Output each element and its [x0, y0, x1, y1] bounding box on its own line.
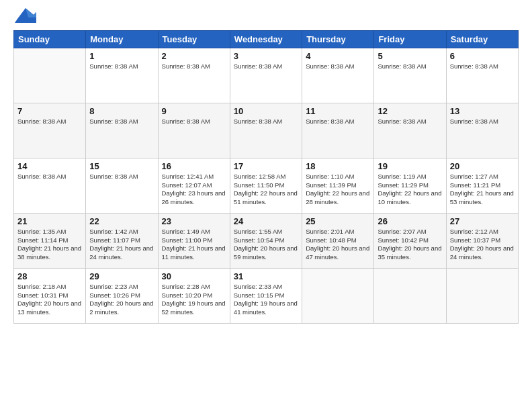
day-info: Sunrise: 2:23 AMSunset: 10:26 PMDaylight… [89, 283, 154, 317]
day-info: Sunrise: 2:33 AMSunset: 10:15 PMDaylight… [234, 283, 298, 317]
day-number: 31 [234, 271, 298, 281]
day-number: 14 [17, 161, 82, 171]
calendar-cell: 3Sunrise: 8:38 AM [230, 48, 302, 103]
calendar-cell: 13Sunrise: 8:38 AM [446, 103, 518, 158]
calendar-cell: 16Sunrise: 12:41 AMSunset: 12:07 AMDayli… [158, 158, 230, 213]
day-number: 28 [17, 271, 82, 281]
day-info: Sunrise: 8:38 AM [450, 118, 515, 126]
day-number: 22 [89, 216, 154, 226]
calendar-cell: 25Sunrise: 2:01 AMSunset: 10:48 PMDaylig… [302, 213, 374, 268]
day-info: Sunrise: 12:58 AMSunset: 11:50 PMDayligh… [234, 173, 298, 207]
calendar-cell: 18Sunrise: 1:10 AMSunset: 11:39 PMDaylig… [302, 158, 374, 213]
weekday-header-wednesday: Wednesday [230, 30, 302, 48]
calendar-cell: 14Sunrise: 8:38 AM [14, 158, 86, 213]
calendar-cell: 2Sunrise: 8:38 AM [158, 48, 230, 103]
day-number: 2 [162, 51, 226, 61]
weekday-header-thursday: Thursday [302, 30, 374, 48]
day-info: Sunrise: 2:07 AMSunset: 10:42 PMDaylight… [378, 228, 442, 262]
calendar-week-row: 7Sunrise: 8:38 AM8Sunrise: 8:38 AM9Sunri… [14, 103, 519, 158]
calendar-cell: 23Sunrise: 1:49 AMSunset: 11:00 PMDaylig… [158, 213, 230, 268]
calendar-cell: 26Sunrise: 2:07 AMSunset: 10:42 PMDaylig… [374, 213, 446, 268]
calendar-cell: 11Sunrise: 8:38 AM [302, 103, 374, 158]
day-info: Sunrise: 2:01 AMSunset: 10:48 PMDaylight… [306, 228, 370, 262]
day-info: Sunrise: 8:38 AM [162, 118, 226, 126]
day-number: 30 [162, 271, 226, 281]
calendar-cell: 17Sunrise: 12:58 AMSunset: 11:50 PMDayli… [230, 158, 302, 213]
day-info: Sunrise: 8:38 AM [89, 173, 154, 181]
weekday-header-sunday: Sunday [14, 30, 86, 48]
weekday-header-saturday: Saturday [446, 30, 518, 48]
day-number: 10 [234, 106, 298, 116]
calendar-week-row: 14Sunrise: 8:38 AM15Sunrise: 8:38 AM16Su… [14, 158, 519, 213]
day-number: 7 [17, 106, 82, 116]
calendar-cell: 1Sunrise: 8:38 AM [86, 48, 158, 103]
day-info: Sunrise: 1:55 AMSunset: 10:54 PMDaylight… [234, 228, 298, 262]
day-number: 25 [306, 216, 370, 226]
calendar-table: SundayMondayTuesdayWednesdayThursdayFrid… [13, 30, 519, 324]
day-info: Sunrise: 8:38 AM [17, 118, 82, 126]
weekday-header-row: SundayMondayTuesdayWednesdayThursdayFrid… [14, 30, 519, 48]
day-number: 20 [450, 161, 515, 171]
calendar-cell: 19Sunrise: 1:19 AMSunset: 11:29 PMDaylig… [374, 158, 446, 213]
day-info: Sunrise: 8:38 AM [17, 173, 82, 181]
calendar-cell: 29Sunrise: 2:23 AMSunset: 10:26 PMDaylig… [86, 268, 158, 323]
day-number: 23 [162, 216, 226, 226]
day-number: 12 [378, 106, 442, 116]
calendar-cell: 24Sunrise: 1:55 AMSunset: 10:54 PMDaylig… [230, 213, 302, 268]
weekday-header-friday: Friday [374, 30, 446, 48]
day-number: 5 [378, 51, 442, 61]
calendar-cell [446, 268, 518, 323]
day-info: Sunrise: 8:38 AM [378, 62, 442, 71]
day-info: Sunrise: 8:38 AM [89, 62, 154, 71]
day-number: 8 [89, 106, 154, 116]
day-number: 13 [450, 106, 515, 116]
day-number: 27 [450, 216, 515, 226]
page: SundayMondayTuesdayWednesdayThursdayFrid… [0, 0, 532, 411]
day-info: Sunrise: 8:38 AM [234, 118, 298, 126]
day-info: Sunrise: 1:27 AMSunset: 11:21 PMDaylight… [450, 173, 515, 207]
calendar-cell: 15Sunrise: 8:38 AM [86, 158, 158, 213]
day-number: 24 [234, 216, 298, 226]
logo-icon [15, 5, 36, 23]
calendar-week-row: 28Sunrise: 2:18 AMSunset: 10:31 PMDaylig… [14, 268, 519, 323]
day-number: 26 [378, 216, 442, 226]
day-info: Sunrise: 8:38 AM [89, 118, 154, 126]
day-info: Sunrise: 8:38 AM [162, 62, 226, 71]
day-info: Sunrise: 8:38 AM [306, 62, 370, 71]
calendar-cell: 12Sunrise: 8:38 AM [374, 103, 446, 158]
day-number: 4 [306, 51, 370, 61]
day-number: 15 [89, 161, 154, 171]
calendar-cell: 8Sunrise: 8:38 AM [86, 103, 158, 158]
calendar-cell: 9Sunrise: 8:38 AM [158, 103, 230, 158]
weekday-header-monday: Monday [86, 30, 158, 48]
day-number: 1 [89, 51, 154, 61]
day-number: 29 [89, 271, 154, 281]
calendar-cell [302, 268, 374, 323]
calendar-cell: 28Sunrise: 2:18 AMSunset: 10:31 PMDaylig… [14, 268, 86, 323]
header [13, 11, 519, 25]
calendar-cell: 6Sunrise: 8:38 AM [446, 48, 518, 103]
day-info: Sunrise: 1:42 AMSunset: 11:07 PMDaylight… [89, 228, 154, 262]
day-number: 18 [306, 161, 370, 171]
calendar-cell: 20Sunrise: 1:27 AMSunset: 11:21 PMDaylig… [446, 158, 518, 213]
day-number: 17 [234, 161, 298, 171]
calendar-cell [14, 48, 86, 103]
day-number: 11 [306, 106, 370, 116]
calendar-cell: 7Sunrise: 8:38 AM [14, 103, 86, 158]
day-info: Sunrise: 1:19 AMSunset: 11:29 PMDaylight… [378, 173, 442, 207]
calendar-cell: 21Sunrise: 1:35 AMSunset: 11:14 PMDaylig… [14, 213, 86, 268]
calendar-week-row: 21Sunrise: 1:35 AMSunset: 11:14 PMDaylig… [14, 213, 519, 268]
calendar-cell: 5Sunrise: 8:38 AM [374, 48, 446, 103]
day-number: 3 [234, 51, 298, 61]
calendar-cell: 10Sunrise: 8:38 AM [230, 103, 302, 158]
day-number: 16 [162, 161, 226, 171]
logo [13, 11, 36, 25]
day-info: Sunrise: 2:28 AMSunset: 10:20 PMDaylight… [162, 283, 226, 317]
calendar-cell: 22Sunrise: 1:42 AMSunset: 11:07 PMDaylig… [86, 213, 158, 268]
day-info: Sunrise: 8:38 AM [378, 118, 442, 126]
calendar-cell: 30Sunrise: 2:28 AMSunset: 10:20 PMDaylig… [158, 268, 230, 323]
day-info: Sunrise: 12:41 AMSunset: 12:07 AMDayligh… [162, 173, 226, 207]
day-number: 19 [378, 161, 442, 171]
day-info: Sunrise: 1:35 AMSunset: 11:14 PMDaylight… [17, 228, 82, 262]
calendar-cell [374, 268, 446, 323]
